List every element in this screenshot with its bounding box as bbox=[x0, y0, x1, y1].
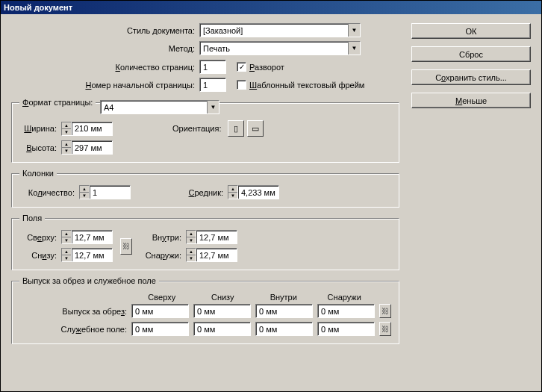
doc-style-label: Стиль документа: bbox=[11, 26, 199, 35]
method-label: Метод: bbox=[11, 44, 199, 53]
margin-outside-spinner[interactable]: ▲▼ 12,7 мм bbox=[186, 248, 237, 262]
margin-bottom-value: 12,7 мм bbox=[75, 251, 105, 260]
bleed-top-input[interactable]: 0 мм bbox=[131, 304, 189, 318]
margins-group: Поля Сверху: ▲▼ 12,7 мм Снизу: ▲▼ bbox=[11, 214, 399, 270]
slug-inside-input[interactable]: 0 мм bbox=[255, 322, 313, 336]
method-value: Печать bbox=[203, 44, 230, 53]
margin-inside-spinner[interactable]: ▲▼ 12,7 мм bbox=[186, 230, 237, 244]
columns-legend: Колонки bbox=[19, 169, 57, 178]
window-title: Новый документ bbox=[4, 3, 72, 12]
slug-top-input[interactable]: 0 мм bbox=[131, 322, 189, 336]
gutter-spinner[interactable]: ▲▼ 4,233 мм bbox=[228, 185, 279, 199]
hdr-top: Сверху bbox=[131, 293, 193, 302]
margin-top-value: 12,7 мм bbox=[75, 233, 105, 242]
chevron-down-icon[interactable]: ▼ bbox=[207, 101, 219, 113]
bleed-label: Выпуск за обрез: bbox=[19, 307, 131, 316]
pages-value: 1 bbox=[203, 63, 208, 72]
width-spinner[interactable]: ▲▼ 210 мм bbox=[61, 122, 113, 136]
chevron-down-icon[interactable]: ▼ bbox=[348, 24, 360, 37]
gutter-label: Средник: bbox=[183, 188, 228, 197]
master-frame-checkbox[interactable] bbox=[237, 80, 246, 90]
hdr-inside: Внутри bbox=[253, 293, 314, 302]
width-value: 210 мм bbox=[75, 124, 102, 133]
columns-group: Колонки Количество: ▲▼ 1 Средник: ▲▼ 4,2… bbox=[11, 169, 399, 208]
less-button[interactable]: Меньше bbox=[411, 93, 531, 108]
page-format-legend: Формат страницы: bbox=[19, 98, 96, 107]
orientation-landscape-icon[interactable]: ▭ bbox=[247, 120, 264, 137]
slug-bottom-input[interactable]: 0 мм bbox=[193, 322, 251, 336]
slug-label: Служебное поле: bbox=[19, 325, 131, 334]
window-titlebar: Новый документ bbox=[1, 1, 541, 14]
page-format-value: A4 bbox=[104, 103, 113, 112]
height-label: Высота: bbox=[19, 143, 61, 152]
doc-style-select[interactable]: [Заказной] ▼ bbox=[199, 23, 361, 37]
orientation-label: Ориентация: bbox=[172, 124, 222, 133]
start-page-value: 1 bbox=[203, 81, 208, 90]
bleed-outside-input[interactable]: 0 мм bbox=[317, 304, 375, 318]
ok-button[interactable]: ОК bbox=[411, 23, 531, 39]
hdr-outside: Снаружи bbox=[314, 293, 376, 302]
margin-inside-label: Внутри: bbox=[140, 233, 186, 242]
margin-outside-value: 12,7 мм bbox=[199, 251, 229, 260]
margin-outside-label: Снаружи: bbox=[140, 251, 186, 260]
height-spinner[interactable]: ▲▼ 297 мм bbox=[61, 140, 113, 155]
margin-top-label: Сверху: bbox=[19, 233, 61, 242]
pages-label: Количество страниц: bbox=[11, 63, 199, 72]
margin-bottom-spinner[interactable]: ▲▼ 12,7 мм bbox=[61, 248, 113, 262]
master-frame-label: Шаблонный текстовый фрейм bbox=[249, 81, 364, 90]
margin-inside-value: 12,7 мм bbox=[199, 233, 229, 242]
margin-top-spinner[interactable]: ▲▼ 12,7 мм bbox=[61, 230, 113, 244]
start-page-label: Номер начальной страницы: bbox=[11, 81, 199, 90]
start-page-input[interactable]: 1 bbox=[199, 78, 226, 92]
link-bleed-icon[interactable]: ⛓ bbox=[379, 304, 391, 318]
spread-checkbox[interactable]: ✓ bbox=[237, 62, 246, 72]
link-margins-icon[interactable]: ⛓ bbox=[120, 238, 132, 255]
height-value: 297 мм bbox=[75, 143, 102, 152]
spread-label: Разворот bbox=[249, 63, 284, 72]
orientation-portrait-icon[interactable]: ▯ bbox=[228, 120, 244, 137]
page-format-group: Формат страницы: A4 ▼ Ширина: ▲▼ 210 мм … bbox=[11, 98, 399, 163]
width-label: Ширина: bbox=[19, 124, 61, 133]
hdr-bottom: Снизу bbox=[193, 293, 254, 302]
pages-input[interactable]: 1 bbox=[199, 60, 226, 74]
margins-legend: Поля bbox=[19, 214, 45, 223]
bleed-slug-legend: Выпуск за обрез и служебное поле bbox=[19, 276, 159, 285]
doc-style-value: [Заказной] bbox=[203, 26, 243, 35]
slug-outside-input[interactable]: 0 мм bbox=[317, 322, 375, 336]
columns-count-label: Количество: bbox=[19, 188, 79, 197]
reset-button[interactable]: Сброс bbox=[411, 46, 531, 62]
chevron-down-icon[interactable]: ▼ bbox=[348, 42, 360, 55]
method-select[interactable]: Печать ▼ bbox=[199, 41, 361, 55]
bleed-bottom-input[interactable]: 0 мм bbox=[193, 304, 251, 318]
columns-count-value: 1 bbox=[93, 188, 97, 197]
save-style-button[interactable]: Сохранить стиль... bbox=[411, 69, 531, 85]
bleed-slug-group: Выпуск за обрез и служебное поле Сверху … bbox=[11, 276, 399, 344]
page-format-select[interactable]: A4 ▼ bbox=[100, 100, 219, 114]
margin-bottom-label: Снизу: bbox=[19, 251, 61, 260]
bleed-inside-input[interactable]: 0 мм bbox=[255, 304, 313, 318]
link-slug-icon[interactable]: ⛓ bbox=[379, 322, 391, 336]
gutter-value: 4,233 мм bbox=[241, 188, 275, 197]
columns-count-spinner[interactable]: ▲▼ 1 bbox=[79, 185, 131, 199]
